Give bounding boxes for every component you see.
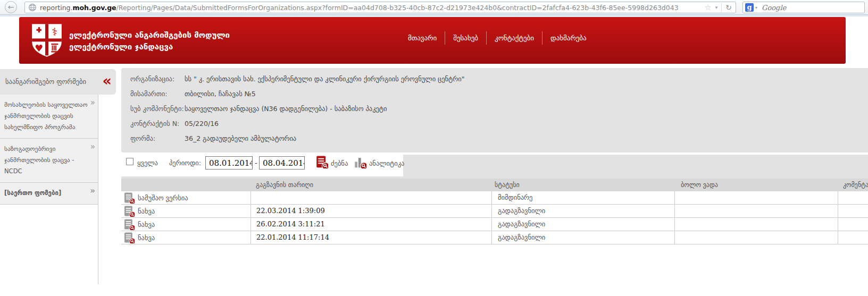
nav-item-help[interactable]: დახმარება	[542, 31, 595, 45]
info-value: სს " კ. ერისთავის სახ. ექსპერიმენტული და…	[185, 75, 464, 83]
info-row-organization: ორგანიზაცია: სს " კ. ერისთავის სახ. ექსპ…	[130, 75, 464, 83]
info-row-contract: კონტრაქტის N: 05/220/16	[130, 120, 219, 128]
row-action-link[interactable]: სამუშაო ვერსია	[121, 191, 251, 204]
sidebar-title: საანგარიშგებო ფორმები	[5, 78, 86, 86]
row-deadline	[674, 191, 838, 204]
table-row: ნახვა 26.02.2014 3:11:21 გადაგზავნილი	[121, 218, 868, 231]
app-header: ⚕ ♥ ელექტრონული ანგარიშგების მოდული ელექ…	[19, 17, 846, 64]
url-path: /Reporting/Pages/Data/SubmittedFormsForO…	[116, 4, 679, 12]
table-row: ნახვა 22.03.2014 1:39:09 გადაგზავნილი	[121, 205, 868, 218]
reload-icon[interactable]: ↻	[725, 3, 732, 12]
info-label: ორგანიზაცია:	[130, 75, 182, 83]
info-row-form: ფორმა: 36_2 გადაუდებელი ამბულატორია	[130, 134, 296, 142]
info-value: საყოველთაო ჯანდაცვა (N36 დადგენილება) - …	[185, 105, 387, 113]
browser-toolbar: ← reporting.moh.gov.ge/Reporting/Pages/D…	[0, 0, 868, 15]
info-label: მისამართი:	[130, 90, 182, 98]
info-label: ფორმა:	[130, 134, 182, 142]
info-value: 36_2 გადაუდებელი ამბულატორია	[185, 134, 296, 142]
table-header-row: გაგზავნის თარიღი სტატუსი ბოლო ვადა კომენ…	[121, 179, 868, 191]
document-search-icon	[124, 192, 135, 204]
document-search-icon	[124, 219, 135, 230]
filter-bar: ყველა პერიოდი: - ძებნა ანალიტიკა	[121, 155, 868, 179]
analytics-button[interactable]: ანალიტიკა	[369, 159, 404, 167]
info-value: თბილისი, ჩაჩავას №5	[185, 90, 256, 98]
row-comment	[838, 205, 868, 217]
date-to-input[interactable]	[259, 156, 305, 170]
table-row: ნახვა 22.01.2014 11:17:14 გადაგზავნილი	[121, 231, 868, 244]
row-deadline	[674, 205, 838, 217]
bookmark-star-icon[interactable]: ☆	[704, 3, 711, 12]
svg-text:♥: ♥	[35, 43, 43, 54]
row-action-label: ნახვა	[138, 221, 155, 229]
nav-item-home[interactable]: მთავარი	[400, 31, 445, 45]
divider	[721, 3, 722, 12]
sidebar-item-label: საზოგადოებრივი ჯანმრთელობის დაცვა - NCDC	[4, 145, 74, 175]
column-header-status: სტატუსი	[495, 181, 520, 189]
info-label: სუბ კომპონენტი:	[130, 105, 182, 113]
row-action-label: სამუშაო ვერსია	[138, 194, 188, 202]
main-nav: მთავარი შესახებ კონტაქტები დახმარება	[400, 31, 595, 45]
row-status: გადაგზავნილი	[491, 205, 674, 217]
sidebar-item-public-health-ncdc[interactable]: საზოგადოებრივი ჯანმრთელობის დაცვა - NCDC…	[0, 139, 98, 183]
info-value: 05/220/16	[185, 120, 219, 128]
sidebar-header: საანგარიშგებო ფორმები «	[0, 69, 116, 95]
row-action-link[interactable]: ნახვა	[121, 205, 251, 217]
info-label: კონტრაქტის N:	[130, 120, 182, 128]
chevron-right-icon: »	[90, 141, 95, 153]
url-domain: moh.gov.ge	[72, 4, 116, 12]
row-status: გადაგზავნილი	[491, 218, 674, 231]
search-input[interactable]: g ▾ Google	[742, 2, 865, 13]
row-send-date	[251, 191, 491, 204]
table-row: სამუშაო ვერსია მიმდინარე	[121, 191, 868, 205]
sidebar-item-label: [საერთო ფომები]	[4, 189, 61, 197]
row-action-link[interactable]: ნახვა	[121, 231, 251, 244]
google-engine-icon[interactable]: g	[745, 3, 754, 12]
document-search-icon	[124, 232, 135, 243]
app-title-line2: ელექტრონული ჯანდაცვა	[69, 41, 230, 53]
column-header-send-date: გაგზავნის თარიღი	[256, 181, 313, 189]
back-button[interactable]: ←	[5, 1, 17, 13]
search-icon[interactable]	[316, 156, 328, 168]
sidebar-menu: მოსახლეობის საყოველთაო ჯანმრთელობის დაცვ…	[0, 95, 98, 205]
document-search-icon	[124, 206, 135, 217]
address-bar[interactable]: reporting.moh.gov.ge/Reporting/Pages/Dat…	[24, 2, 736, 13]
chevron-right-icon: »	[90, 185, 95, 197]
back-icon: ←	[8, 3, 14, 11]
row-action-link[interactable]: ნახვა	[121, 218, 251, 231]
analytics-icon[interactable]	[354, 156, 366, 168]
row-send-date: 22.03.2014 1:39:09	[251, 205, 491, 217]
row-action-label: ნახვა	[138, 234, 155, 242]
info-row-subcomponent: სუბ კომპონენტი: საყოველთაო ჯანდაცვა (N36…	[130, 105, 387, 113]
svg-text:⚕: ⚕	[52, 26, 57, 38]
column-header-comment: კომენტარი	[843, 181, 868, 189]
search-engine-dropdown-icon[interactable]: ▾	[755, 5, 757, 10]
url-dropdown-icon[interactable]: ▾	[715, 5, 718, 10]
toolbar-accent-line	[0, 15, 868, 16]
sidebar-item-common-forms[interactable]: [საერთო ფომები] »	[0, 183, 98, 205]
sidebar-collapse-icon[interactable]: «	[103, 72, 112, 89]
row-status: მიმდინარე	[491, 191, 674, 204]
sidebar-border	[98, 95, 98, 284]
search-button[interactable]: ძებნა	[331, 159, 348, 167]
nav-item-about[interactable]: შესახებ	[445, 31, 486, 45]
sidebar-item-universal-healthcare[interactable]: მოსახლეობის საყოველთაო ჯანმრთელობის დაცვ…	[0, 95, 98, 139]
row-send-date: 26.02.2014 3:11:21	[251, 218, 491, 231]
date-from-input[interactable]	[205, 156, 253, 170]
all-checkbox-label: ყველა	[137, 159, 158, 167]
organization-info-panel: ორგანიზაცია: სს " კ. ერისთავის სახ. ექსპ…	[121, 68, 868, 153]
row-comment	[838, 191, 868, 204]
row-send-date: 22.01.2014 11:17:14	[251, 231, 491, 244]
row-comment	[838, 231, 868, 244]
app-title-line1: ელექტრონული ანგარიშგების მოდული	[69, 29, 230, 41]
nav-item-contacts[interactable]: კონტაქტები	[486, 31, 542, 45]
row-deadline	[674, 231, 838, 244]
period-label: პერიოდი:	[169, 159, 201, 167]
sidebar-item-label: მოსახლეობის საყოველთაო ჯანმრთელობის დაცვ…	[4, 101, 88, 131]
all-checkbox[interactable]	[126, 158, 133, 165]
url-controls: ☆ ▾ ↻	[700, 3, 736, 12]
search-placeholder: Google	[762, 4, 786, 12]
info-row-address: მისამართი: თბილისი, ჩაჩავას №5	[130, 90, 256, 98]
row-status: გადაგზავნილი	[491, 231, 674, 244]
submitted-forms-table: გაგზავნის თარიღი სტატუსი ბოლო ვადა კომენ…	[121, 179, 868, 244]
url-subdomain: reporting.	[40, 4, 72, 12]
